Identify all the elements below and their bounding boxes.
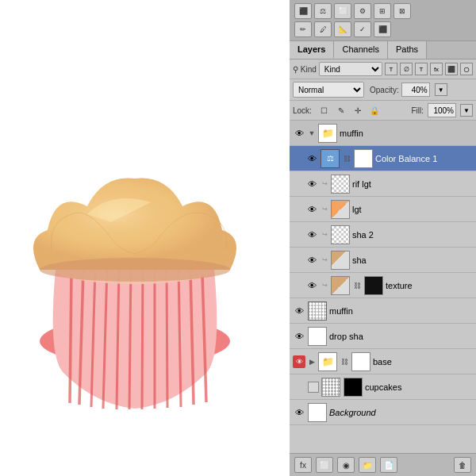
eye-icon-rif-lgt[interactable]: 👁: [305, 178, 318, 190]
filter-toggle[interactable]: ○: [460, 63, 473, 75]
tool-btn-10[interactable]: ✓: [354, 21, 371, 37]
btn-delete[interactable]: 🗑: [454, 457, 471, 473]
arrow-sha2: ↪: [321, 228, 328, 241]
blend-mode-select[interactable]: Normal: [293, 82, 364, 98]
layer-name-muffin: muffin: [329, 306, 473, 316]
opacity-input[interactable]: [401, 83, 430, 97]
eye-icon-sha2[interactable]: 👁: [305, 228, 318, 241]
arrow-sha: ↪: [321, 254, 328, 267]
canvas-area: [0, 0, 290, 476]
tool-btn-7[interactable]: ✏: [294, 21, 312, 37]
layer-drop-sha[interactable]: 👁 drop sha: [290, 324, 476, 349]
tool-btn-3[interactable]: ⬜: [334, 3, 351, 19]
check-cupcakes[interactable]: [308, 382, 319, 393]
filter-icon-4[interactable]: fx: [430, 63, 443, 75]
tool-btn-6[interactable]: ⊠: [393, 3, 411, 19]
tool-btn-2[interactable]: ⚖: [314, 3, 332, 19]
filter-icon-2[interactable]: ∅: [400, 63, 413, 75]
layer-name-cupcakes: cupcakes: [365, 382, 473, 392]
lock-label: Lock:: [293, 106, 312, 115]
layer-name-base: base: [373, 357, 473, 367]
thumb-base-mask: [351, 352, 370, 371]
filter-icon-5[interactable]: ⬛: [445, 63, 458, 75]
layer-texture[interactable]: 👁 ↪ ⛓ texture: [290, 273, 476, 298]
layer-name-sha: sha: [352, 255, 473, 265]
layer-sha2[interactable]: 👁 ↪ sha 2: [290, 222, 476, 248]
filter-select[interactable]: Kind: [319, 62, 382, 76]
lock-icon-all[interactable]: 🔒: [368, 104, 381, 117]
filter-icon-3[interactable]: T: [415, 63, 428, 75]
btn-fx[interactable]: fx: [294, 457, 312, 473]
layer-muffin[interactable]: 👁 muffin: [290, 298, 476, 324]
eye-icon-base[interactable]: 👁: [293, 355, 305, 368]
thumb-sha: [331, 251, 350, 270]
fill-arrow[interactable]: ▼: [460, 104, 473, 117]
filter-icon-1[interactable]: T: [385, 63, 397, 75]
layer-name-muffin-group: muffin: [340, 129, 473, 138]
eye-icon-texture[interactable]: 👁: [305, 279, 318, 292]
tool-btn-9[interactable]: 📐: [334, 21, 351, 37]
layer-name-color-balance: Color Balance 1: [375, 154, 473, 163]
layer-base-group[interactable]: 👁 ▶ 📁 ⛓ base: [290, 349, 476, 374]
thumb-rif-lgt: [331, 175, 350, 194]
eye-icon-sha[interactable]: 👁: [305, 254, 318, 267]
tool-btn-4[interactable]: ⚙: [354, 3, 371, 19]
btn-group[interactable]: 📁: [359, 457, 376, 473]
opacity-label: Opacity:: [370, 86, 399, 94]
layer-name-sha2: sha 2: [352, 230, 473, 240]
btn-new-layer[interactable]: 📄: [380, 457, 397, 473]
opacity-arrow[interactable]: ▼: [435, 83, 447, 96]
thumb-muffin-group: 📁: [318, 124, 337, 143]
thumb-base-folder: 📁: [318, 352, 337, 371]
svg-line-1: [70, 274, 71, 403]
arrow-lgt: ↪: [321, 203, 328, 216]
thumb-sha2: [331, 225, 350, 244]
fill-input[interactable]: [428, 103, 456, 117]
panel-toolbar: ⬛ ⚖ ⬜ ⚙ ⊞ ⊠ ✏ 🖊 📐 ✓ ⬛: [290, 0, 476, 41]
filter-bar: ⚲ Kind Kind T ∅ T fx ⬛ ○: [290, 60, 476, 79]
tab-layers[interactable]: Layers: [290, 41, 334, 59]
chain-color-balance: ⛓: [342, 152, 351, 165]
lock-icon-transparency[interactable]: ☐: [318, 104, 331, 117]
eye-icon-color-balance[interactable]: 👁: [305, 152, 318, 165]
layer-name-texture: texture: [386, 281, 473, 290]
layer-sha[interactable]: 👁 ↪ sha: [290, 248, 476, 273]
btn-adjustment[interactable]: ◉: [337, 457, 355, 473]
tool-btn-1[interactable]: ⬛: [294, 3, 312, 19]
tab-channels[interactable]: Channels: [334, 41, 387, 59]
eye-icon-lgt[interactable]: 👁: [305, 203, 318, 216]
layer-background[interactable]: 👁 Background: [290, 400, 476, 425]
thumb-muffin: [308, 301, 327, 321]
thumb-lgt: [331, 200, 350, 219]
tool-btn-8[interactable]: 🖊: [314, 21, 332, 37]
eye-icon-cupcakes[interactable]: [293, 381, 305, 393]
layers-panel: ⬛ ⚖ ⬜ ⚙ ⊞ ⊠ ✏ 🖊 📐 ✓ ⬛ Layers Channels Pa…: [290, 0, 476, 476]
thumb-drop-sha: [308, 327, 327, 346]
arrow-base[interactable]: ▶: [308, 355, 316, 368]
thumb-texture-layer: [331, 276, 350, 295]
thumb-background: [308, 403, 327, 422]
layer-lgt[interactable]: 👁 ↪ lgt: [290, 197, 476, 222]
thumb-color-balance-adj: ⚖: [321, 149, 340, 168]
eye-icon-muffin-group[interactable]: 👁: [293, 127, 305, 140]
btn-mask[interactable]: ⬜: [316, 457, 333, 473]
layer-rif-lgt[interactable]: 👁 ↪ rif lgt: [290, 171, 476, 197]
layer-color-balance[interactable]: 👁 ⚖ ⛓ Color Balance 1: [290, 146, 476, 171]
tool-btn-11[interactable]: ⬛: [374, 21, 391, 37]
blend-bar: Normal Opacity: ▼: [290, 79, 476, 101]
lock-icon-position[interactable]: ✛: [351, 104, 364, 117]
arrow-muffin-group[interactable]: ▼: [308, 127, 316, 140]
chain-texture: ⛓: [352, 279, 362, 292]
tool-btn-5[interactable]: ⊞: [374, 3, 391, 19]
eye-icon-drop-sha[interactable]: 👁: [293, 330, 305, 343]
eye-icon-background[interactable]: 👁: [293, 406, 305, 419]
thumb-cupcakes-mask: [344, 378, 363, 397]
lock-icon-image[interactable]: ✎: [335, 104, 347, 117]
chain-base: ⛓: [340, 355, 349, 368]
layer-cupcakes[interactable]: cupcakes: [290, 374, 476, 400]
arrow-rif-lgt: ↪: [321, 178, 328, 190]
layer-muffin-group[interactable]: 👁 ▼ 📁 muffin: [290, 121, 476, 146]
arrow-texture: ↪: [321, 279, 328, 292]
eye-icon-muffin[interactable]: 👁: [293, 305, 305, 317]
tab-paths[interactable]: Paths: [388, 41, 427, 59]
